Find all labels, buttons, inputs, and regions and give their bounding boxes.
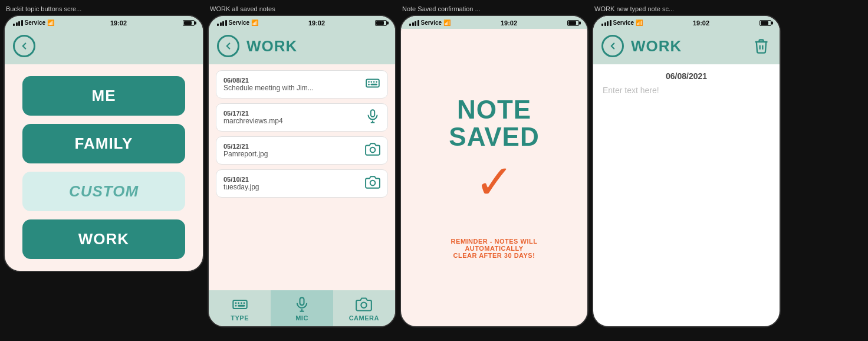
battery-icon-3 (567, 20, 579, 26)
note-name-2: marchreviews.mp4 (223, 117, 283, 125)
screen4-header: WORK (593, 29, 780, 64)
tab-camera-label: CAMERA (349, 314, 379, 322)
svg-point-10 (370, 147, 376, 153)
battery-icon-1 (183, 20, 195, 26)
time-2: 19:02 (308, 19, 325, 27)
screen4-phone: Service 📶 19:02 WORK (592, 15, 781, 327)
note-info-3: 05/12/21 Pamreport.jpg (223, 143, 268, 158)
status-bar-2: Service 📶 19:02 (209, 16, 395, 29)
status-bar-4: Service 📶 19:02 (593, 16, 780, 29)
screen3-container: Note Saved confirmation ... Service 📶 19… (400, 4, 588, 327)
status-bar-3: Service 📶 19:02 (401, 16, 587, 29)
service-label-3: Service (421, 19, 442, 26)
note-date-2: 05/17/21 (223, 110, 283, 117)
note-editor: 06/08/2021 Enter text here! (593, 64, 780, 326)
note-item-1[interactable]: 06/08/21 Schedule meeting with Jim... (216, 70, 388, 99)
battery-fill-4 (761, 21, 768, 25)
note-saved-text: NOTE SAVED (449, 96, 539, 150)
note-info-4: 05/10/21 tuesday.jpg (223, 176, 259, 191)
note-saved-line1: NOTE (449, 96, 539, 123)
battery-fill-2 (376, 21, 384, 25)
time-1: 19:02 (110, 19, 127, 27)
trash-button[interactable] (751, 36, 771, 56)
screen2-title: WORK all saved notes (208, 4, 396, 15)
tab-type[interactable]: TYPE (209, 290, 271, 326)
back-button-2[interactable] (217, 35, 239, 57)
screen1-container: Buckit topic buttons scre... Service 📶 1… (4, 4, 204, 272)
signal-area-4: Service 📶 (601, 19, 643, 26)
tab-type-label: TYPE (231, 314, 249, 322)
screen2-phone: Service 📶 19:02 WORK 06/08/21 Sch (208, 15, 396, 327)
note-item-4[interactable]: 05/10/21 tuesday.jpg (216, 169, 388, 198)
family-button[interactable]: FAMILY (22, 124, 185, 163)
checkmark-icon: ✓ (475, 156, 514, 208)
note-date-3: 05/12/21 (223, 143, 268, 150)
note-editor-placeholder[interactable]: Enter text here! (603, 86, 770, 95)
svg-rect-19 (300, 297, 304, 305)
screen1-body: ME FAMILY CUSTOM WORK (5, 64, 203, 271)
custom-button[interactable]: CUSTOM (22, 172, 185, 211)
screen2-header-title: WORK (246, 37, 297, 55)
tab-mic[interactable]: MIC (271, 290, 333, 326)
keyboard-icon-1 (365, 76, 380, 93)
wifi-icon-2: 📶 (251, 19, 258, 26)
signal-area-3: Service 📶 (409, 19, 451, 26)
wifi-icon-3: 📶 (443, 19, 451, 26)
mic-icon-tab (294, 296, 310, 313)
signal-bars-1 (13, 20, 23, 26)
screen2-container: WORK all saved notes Service 📶 19:02 (208, 4, 396, 327)
signal-bars-2 (217, 20, 227, 26)
note-info-1: 06/08/21 Schedule meeting with Jim... (223, 77, 314, 92)
battery-icon-2 (375, 20, 387, 26)
note-date-1: 06/08/21 (223, 77, 314, 84)
keyboard-icon-tab (232, 296, 248, 313)
screen4-title: WORK new typed note sc... (592, 4, 781, 15)
wifi-icon-4: 📶 (636, 19, 643, 26)
note-info-2: 05/17/21 marchreviews.mp4 (223, 110, 283, 125)
time-3: 19:02 (501, 19, 517, 27)
svg-point-11 (370, 181, 376, 186)
signal-bars-4 (601, 20, 611, 26)
svg-rect-0 (366, 80, 379, 87)
tab-camera[interactable]: CAMERA (333, 290, 395, 326)
screen2-header: WORK (209, 29, 395, 64)
screen4-container: WORK new typed note sc... Service 📶 19:0… (592, 4, 781, 327)
note-date-4: 05/10/21 (223, 176, 259, 183)
mic-icon-1 (365, 109, 380, 126)
screen3-body: NOTE SAVED ✓ REMINDER - NOTES WILL AUTOM… (401, 29, 587, 326)
time-4: 19:02 (693, 19, 709, 27)
note-name-3: Pamreport.jpg (223, 150, 268, 158)
note-saved-line2: SAVED (449, 123, 539, 150)
signal-bars-3 (409, 20, 419, 26)
service-label-4: Service (613, 19, 634, 26)
bottom-tabs: TYPE MIC CAMERA (209, 290, 395, 326)
screen3-phone: Service 📶 19:02 NOTE SAVED ✓ REMINDER - … (400, 15, 588, 327)
back-button-4[interactable] (601, 35, 624, 57)
me-button[interactable]: ME (22, 76, 185, 116)
camera-icon-1 (365, 142, 380, 159)
note-name-1: Schedule meeting with Jim... (223, 84, 314, 92)
note-item-2[interactable]: 05/17/21 marchreviews.mp4 (216, 103, 388, 132)
notes-list: 06/08/21 Schedule meeting with Jim... (209, 64, 395, 290)
svg-rect-7 (371, 110, 375, 117)
svg-rect-12 (233, 300, 246, 309)
back-button-1[interactable] (13, 35, 35, 57)
battery-fill-3 (568, 21, 576, 25)
battery-icon-4 (760, 20, 771, 26)
signal-area-2: Service 📶 (217, 19, 258, 26)
screen1-phone: Service 📶 19:02 ME FAMILY CUSTOM WORK (4, 15, 204, 272)
camera-icon-2 (365, 175, 380, 192)
screen4-header-left: WORK (601, 35, 682, 57)
battery-fill-1 (184, 21, 192, 25)
screen3-title: Note Saved confirmation ... (400, 4, 588, 15)
note-editor-date: 06/08/2021 (603, 71, 770, 81)
signal-area-1: Service 📶 (13, 19, 54, 26)
camera-icon-tab (356, 296, 372, 313)
service-label-1: Service (25, 19, 46, 26)
svg-point-22 (361, 303, 367, 308)
note-name-4: tuesday.jpg (223, 183, 259, 191)
note-item-3[interactable]: 05/12/21 Pamreport.jpg (216, 136, 388, 165)
wifi-icon-1: 📶 (47, 19, 54, 26)
tab-mic-label: MIC (295, 314, 308, 322)
work-button-1[interactable]: WORK (22, 219, 185, 259)
